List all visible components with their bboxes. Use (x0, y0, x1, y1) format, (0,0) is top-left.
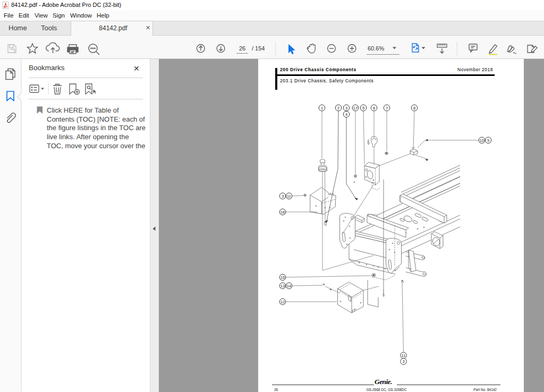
svg-text:17: 17 (353, 106, 358, 110)
svg-text:1: 1 (321, 106, 323, 110)
svg-text:10: 10 (480, 138, 484, 143)
svg-text:16: 16 (280, 210, 285, 215)
svg-text:3: 3 (282, 194, 284, 199)
svg-text:7: 7 (386, 106, 388, 110)
svg-text:12: 12 (280, 300, 285, 304)
svg-text:11: 11 (287, 194, 291, 199)
svg-text:9: 9 (487, 138, 489, 143)
svg-text:5: 5 (362, 106, 364, 110)
svg-text:2: 2 (337, 106, 339, 110)
svg-text:3: 3 (345, 106, 347, 110)
svg-text:3: 3 (402, 359, 404, 364)
svg-text:26: 26 (239, 45, 245, 52)
svg-text:8: 8 (413, 106, 415, 110)
svg-text:6: 6 (373, 106, 375, 110)
svg-text:15: 15 (280, 275, 285, 280)
svg-text:4: 4 (345, 112, 347, 117)
svg-text:60.6%: 60.6% (368, 45, 384, 52)
svg-text:14: 14 (287, 284, 291, 288)
svg-text:11: 11 (402, 353, 406, 358)
svg-text:/ 154: / 154 (252, 45, 265, 52)
svg-text:13: 13 (280, 284, 285, 288)
